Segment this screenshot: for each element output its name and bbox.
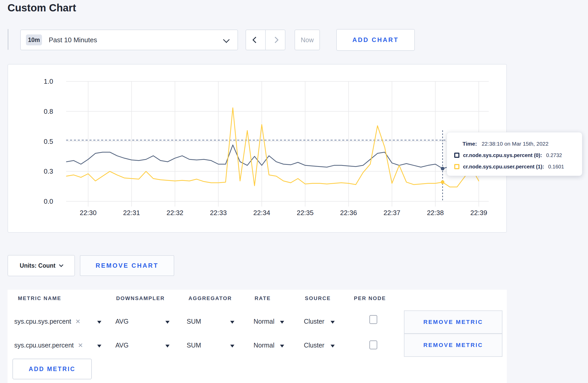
chevron-down-icon <box>223 36 229 43</box>
dropdown-caret-icon[interactable] <box>97 321 101 324</box>
add-chart-button[interactable]: ADD CHART <box>336 29 415 51</box>
next-interval-button[interactable] <box>265 30 285 50</box>
remove-metric-button[interactable]: REMOVE METRIC <box>404 334 502 357</box>
page-title: Custom Chart <box>8 2 76 14</box>
remove-metric-button[interactable]: REMOVE METRIC <box>404 310 502 334</box>
source-select[interactable]: Cluster <box>304 342 324 349</box>
sys-series-swatch-icon <box>454 153 459 158</box>
chevron-left-icon <box>252 37 259 43</box>
metric-name-select[interactable]: sys.cpu.sys.percent ✕ <box>14 318 81 325</box>
header-metric-name: METRIC NAME <box>18 295 61 301</box>
now-button[interactable]: Now <box>295 30 320 50</box>
dropdown-caret-icon[interactable] <box>230 345 234 347</box>
tooltip-series-value: 0.2732 <box>546 152 562 158</box>
header-aggregator: AGGREGATOR <box>188 295 232 301</box>
header-rate: RATE <box>255 295 271 301</box>
chart-tooltip: Time: 22:38:10 on Mar 15th, 2022 cr.node… <box>447 132 582 176</box>
tooltip-time-label: Time: <box>463 141 477 147</box>
prev-interval-button[interactable] <box>246 30 265 50</box>
metric-name-value: sys.cpu.sys.percent <box>14 318 71 325</box>
tooltip-series-name: cr.node.sys.cpu.sys.percent (0): <box>463 152 542 158</box>
downsampler-select[interactable]: AVG <box>115 342 129 349</box>
clear-metric-icon[interactable]: ✕ <box>75 318 81 325</box>
header-per-node: PER NODE <box>354 295 386 301</box>
chart-card <box>8 64 507 233</box>
tooltip-time-value: 22:38:10 on Mar 15th, 2022 <box>482 141 549 147</box>
time-range-select[interactable]: 10m Past 10 Minutes <box>20 30 238 50</box>
remove-chart-button[interactable]: REMOVE CHART <box>80 255 174 276</box>
aggregator-select[interactable]: SUM <box>187 342 201 349</box>
dropdown-caret-icon[interactable] <box>280 345 284 347</box>
tooltip-series-value: 0.1601 <box>548 164 564 170</box>
per-node-checkbox[interactable] <box>369 315 377 324</box>
time-range-badge: 10m <box>26 34 42 45</box>
units-select[interactable]: Units: Count <box>8 255 75 276</box>
aggregator-select[interactable]: SUM <box>187 318 201 325</box>
clear-metric-icon[interactable]: ✕ <box>78 342 83 349</box>
user-series-swatch-icon <box>454 164 459 169</box>
tooltip-series-name: cr.node.sys.cpu.user.percent (1): <box>463 164 544 170</box>
time-range-label: Past 10 Minutes <box>49 36 97 44</box>
dropdown-caret-icon[interactable] <box>331 321 335 324</box>
add-metric-button[interactable]: ADD METRIC <box>12 359 92 379</box>
chevron-down-icon <box>59 263 63 267</box>
downsampler-select[interactable]: AVG <box>115 318 129 325</box>
dropdown-caret-icon[interactable] <box>165 321 170 324</box>
dropdown-caret-icon[interactable] <box>97 345 101 347</box>
per-node-checkbox[interactable] <box>369 341 377 349</box>
dropdown-caret-icon[interactable] <box>230 321 234 324</box>
source-select[interactable]: Cluster <box>304 318 324 325</box>
dropdown-caret-icon[interactable] <box>165 345 170 347</box>
metric-name-value: sys.cpu.user.percent <box>14 342 74 349</box>
metric-name-select[interactable]: sys.cpu.user.percent ✕ <box>14 342 83 349</box>
units-label: Units: Count <box>20 262 55 269</box>
time-step-group <box>246 30 285 50</box>
dropdown-caret-icon[interactable] <box>280 321 284 324</box>
dropdown-caret-icon[interactable] <box>331 345 335 347</box>
rate-select[interactable]: Normal <box>254 318 275 325</box>
rate-select[interactable]: Normal <box>254 342 275 349</box>
toolbar-divider <box>8 29 8 50</box>
chevron-right-icon <box>272 37 278 43</box>
header-source: SOURCE <box>305 295 331 301</box>
header-downsampler: DOWNSAMPLER <box>116 295 165 301</box>
